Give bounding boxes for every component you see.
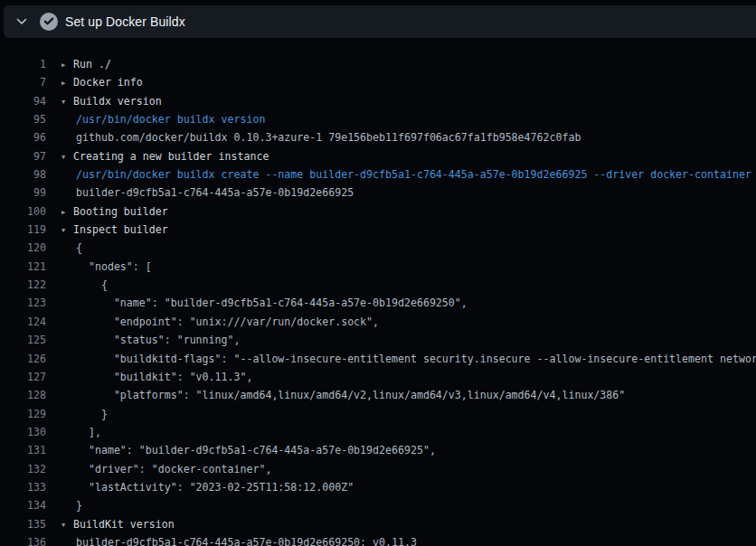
log-text: builder-d9cfb5a1-c764-445a-a57e-0b19d2e6… — [61, 536, 417, 546]
line-number[interactable]: 127 — [0, 368, 46, 386]
line-number[interactable]: 1 — [0, 55, 46, 73]
line-number[interactable]: 96 — [0, 128, 46, 146]
log-text: Creating a new builder instance — [73, 150, 269, 163]
line-number[interactable]: 122 — [0, 276, 46, 294]
line-number[interactable]: 128 — [0, 386, 46, 404]
log-text: "buildkit": "v0.11.3", — [61, 371, 252, 383]
log-line: 127 "buildkit": "v0.11.3", — [0, 368, 756, 386]
line-number[interactable]: 129 — [0, 405, 46, 423]
line-number[interactable]: 121 — [0, 258, 46, 276]
line-number[interactable]: 125 — [0, 331, 46, 349]
log-text: /usr/bin/docker buildx create --name bui… — [61, 168, 751, 181]
log-line: 122 { — [0, 276, 756, 294]
log-line: 126 "buildkitd-flags": "--allow-insecure… — [0, 350, 756, 368]
log-text: BuildKit version — [73, 518, 175, 531]
line-number[interactable]: 120 — [0, 239, 46, 257]
log-text: Run ./ — [73, 58, 111, 71]
log-line: 125 "status": "running", — [0, 331, 756, 349]
log-text: Booting builder — [73, 205, 168, 218]
triangle-down-icon: ▼ — [61, 148, 73, 166]
log-text: "lastActivity": "2023-02-25T11:58:12.000… — [61, 481, 354, 494]
triangle-down-icon: ▼ — [61, 516, 73, 534]
log-line: 96github.com/docker/buildx 0.10.3+azure-… — [0, 128, 756, 146]
triangle-right-icon: ▶ — [61, 74, 73, 92]
log-line: 131 "name": "builder-d9cfb5a1-c764-445a-… — [0, 441, 756, 459]
line-number[interactable]: 97 — [0, 147, 46, 165]
log-line: 130 ], — [0, 423, 756, 441]
log-line: 133 "lastActivity": "2023-02-25T11:58:12… — [0, 478, 756, 496]
log-text: github.com/docker/buildx 0.10.3+azure-1 … — [61, 131, 581, 144]
log-text: "name": "builder-d9cfb5a1-c764-445a-a57e… — [61, 444, 436, 457]
chevron-down-icon[interactable] — [16, 18, 27, 25]
triangle-right-icon: ▶ — [61, 56, 73, 74]
log-line: 132 "driver": "docker-container", — [0, 460, 756, 478]
log-text: } — [61, 408, 108, 420]
log-line: 136builder-d9cfb5a1-c764-445a-a57e-0b19d… — [0, 533, 756, 546]
log-text: "endpoint": "unix:///var/run/docker.sock… — [61, 315, 379, 328]
log-text: Buildx version — [73, 95, 162, 108]
log-line[interactable]: 135▼BuildKit version — [0, 515, 756, 533]
step-title: Set up Docker Buildx — [65, 14, 185, 29]
line-number[interactable]: 94 — [0, 92, 46, 110]
log-text: { — [61, 241, 82, 254]
log-line: 120{ — [0, 239, 756, 257]
log-line: 129 } — [0, 405, 756, 423]
line-number[interactable]: 95 — [0, 110, 46, 128]
log-area[interactable]: 1▶Run ./7▶Docker info94▼Buildx version95… — [0, 38, 756, 546]
log-line: 134} — [0, 496, 756, 514]
triangle-right-icon: ▶ — [61, 203, 73, 221]
log-line: 121 "nodes": [ — [0, 258, 756, 276]
log-text: Docker info — [73, 76, 143, 89]
line-number[interactable]: 133 — [0, 478, 46, 496]
log-line[interactable]: 100▶Booting builder — [0, 202, 756, 221]
line-number[interactable]: 134 — [0, 496, 46, 514]
log-line[interactable]: 7▶Docker info — [0, 73, 756, 91]
line-number[interactable]: 131 — [0, 441, 46, 459]
triangle-down-icon: ▼ — [61, 93, 73, 111]
log-line[interactable]: 97▼Creating a new builder instance — [0, 147, 756, 165]
line-number[interactable]: 136 — [0, 533, 46, 546]
line-number[interactable]: 130 — [0, 423, 46, 441]
line-number[interactable]: 100 — [0, 202, 46, 221]
line-number[interactable]: 7 — [0, 73, 46, 91]
line-number[interactable]: 135 — [0, 515, 46, 533]
line-number[interactable]: 126 — [0, 350, 46, 368]
log-text: } — [61, 499, 82, 512]
line-number[interactable]: 132 — [0, 460, 46, 478]
log-text: "driver": "docker-container", — [61, 463, 271, 475]
log-text: /usr/bin/docker buildx version — [61, 113, 265, 126]
log-text: "buildkitd-flags": "--allow-insecure-ent… — [61, 353, 756, 365]
log-text: "status": "running", — [61, 334, 240, 346]
log-text: "platforms": "linux/amd64,linux/amd64/v2… — [61, 389, 625, 401]
log-text: "name": "builder-d9cfb5a1-c764-445a-a57e… — [61, 297, 468, 309]
line-number[interactable]: 124 — [0, 313, 46, 331]
line-number[interactable]: 98 — [0, 165, 46, 184]
log-line[interactable]: 1▶Run ./ — [0, 55, 756, 73]
log-text: builder-d9cfb5a1-c764-445a-a57e-0b19d2e6… — [61, 186, 354, 199]
log-text: "nodes": [ — [61, 260, 152, 273]
log-line: 98/usr/bin/docker buildx create --name b… — [0, 165, 756, 184]
log-line: 99builder-d9cfb5a1-c764-445a-a57e-0b19d2… — [0, 184, 756, 202]
log-line: 124 "endpoint": "unix:///var/run/docker.… — [0, 313, 756, 331]
log-text: Inspect builder — [73, 223, 168, 236]
line-number[interactable]: 123 — [0, 294, 46, 312]
line-number[interactable]: 99 — [0, 184, 46, 202]
step-header[interactable]: Set up Docker Buildx — [4, 5, 756, 38]
log-text: ], — [61, 426, 101, 438]
line-number[interactable]: 119 — [0, 221, 46, 239]
log-text: { — [61, 278, 108, 291]
log-line[interactable]: 119▼Inspect builder — [0, 221, 756, 239]
log-line[interactable]: 94▼Buildx version — [0, 92, 756, 110]
triangle-down-icon: ▼ — [61, 221, 73, 240]
log-line: 128 "platforms": "linux/amd64,linux/amd6… — [0, 386, 756, 404]
check-circle-icon — [40, 13, 58, 31]
log-line: 123 "name": "builder-d9cfb5a1-c764-445a-… — [0, 294, 756, 312]
log-line: 95/usr/bin/docker buildx version — [0, 110, 756, 128]
